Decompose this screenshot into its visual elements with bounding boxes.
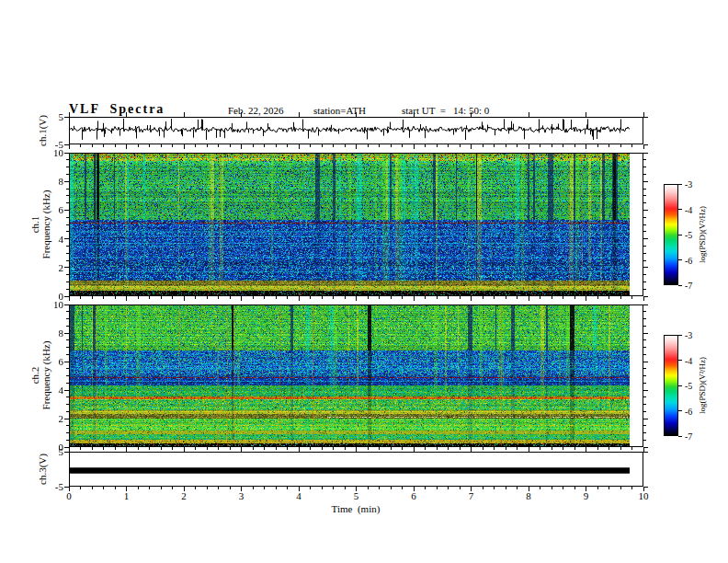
tick-mark [64,419,69,419]
tick-mark [586,144,586,149]
tick-mark [368,487,369,489]
tick-mark [529,296,529,301]
tick-mark [322,144,323,147]
tick-mark [552,144,552,147]
tick-mark [92,487,93,489]
tick-mark [643,231,646,232]
tick-mark [138,296,139,299]
tick-mark [460,144,461,147]
tick-mark [66,354,69,355]
tick-mark [64,267,69,268]
tick-mark [494,487,495,489]
ch1-label: ch.1 [29,190,40,259]
tick-label: 5 [59,111,64,122]
ch3-voltage-ylabel: ch.3(V) [37,454,48,485]
tick-mark [678,259,682,260]
tick-label: 4 [59,385,64,396]
tick-mark [631,447,632,450]
tick-mark [368,144,369,147]
tick-mark [184,447,185,452]
tick-mark [241,144,242,149]
tick-mark [540,296,540,299]
tick-mark [643,304,648,305]
tick-mark [126,296,127,301]
tick-mark [276,296,277,299]
tick-mark [597,487,598,489]
tick-mark [402,487,403,489]
tick-label: -7 [685,431,692,442]
tick-mark [678,436,682,437]
tick-mark [66,368,69,369]
tick-mark [80,144,81,147]
tick-mark [66,224,69,225]
tick-mark [643,153,648,154]
tick-mark [379,296,380,299]
tick-mark [643,167,646,167]
ch2-label: ch.2 [29,341,40,410]
colorbar-ch2 [664,335,678,436]
tick-label: 9 [584,490,589,501]
tick-mark [368,447,369,450]
tick-mark [506,447,506,450]
tick-mark [643,238,648,239]
tick-mark [149,447,150,450]
tick-mark [631,296,632,299]
tick-mark [494,296,495,299]
tick-mark [379,487,380,489]
tick-mark [678,360,682,361]
tick-mark [333,447,334,450]
tick-label: -5 [685,230,692,240]
tick-mark [66,274,69,275]
ch2-spectrogram-ylabel: ch.2 Frequency (kHz) [29,341,51,410]
tick-mark [448,144,449,147]
ch1-voltage-canvas [70,118,643,144]
tick-mark [643,117,648,118]
tick-mark [66,425,69,426]
tick-mark [609,296,609,299]
tick-mark [448,447,449,450]
panel-ch1-spectrogram [69,153,643,296]
tick-mark [506,296,506,299]
tick-mark [287,447,288,450]
tick-mark [172,487,173,489]
tick-mark [643,311,646,312]
tick-label: -4 [685,204,692,214]
tick-mark [643,452,648,453]
colorbar-ch1-gradient [665,185,677,284]
tick-mark [643,487,648,488]
tick-mark [64,304,69,305]
tick-mark [69,144,70,149]
tick-mark [184,144,185,149]
tick-mark [643,181,648,182]
tick-mark [678,385,682,386]
tick-mark [425,296,426,299]
tick-mark [322,487,323,489]
tick-mark [276,487,277,489]
tick-mark [287,296,288,299]
tick-mark [460,296,461,299]
tick-mark [643,210,648,211]
tick-label: 10 [639,490,649,501]
tick-mark [126,447,127,452]
tick-mark [92,447,93,450]
tick-mark [368,296,369,299]
tick-mark [678,209,682,210]
tick-mark [64,390,69,391]
colorbar-ch1 [664,184,678,285]
tick-mark [517,296,518,299]
tick-mark [471,144,472,149]
tick-mark [299,447,300,452]
tick-mark [425,447,426,450]
tick-mark [574,447,575,450]
tick-mark [184,112,185,117]
tick-label: 5 [59,446,64,457]
tick-mark [643,440,646,441]
tick-mark [207,447,208,450]
tick-mark [207,296,208,299]
tick-mark [506,487,506,489]
time-axis-label: Time (min) [332,503,381,514]
tick-label: 4 [296,490,301,501]
tick-mark [66,375,69,376]
tick-mark [66,167,69,167]
tick-mark [402,144,403,147]
